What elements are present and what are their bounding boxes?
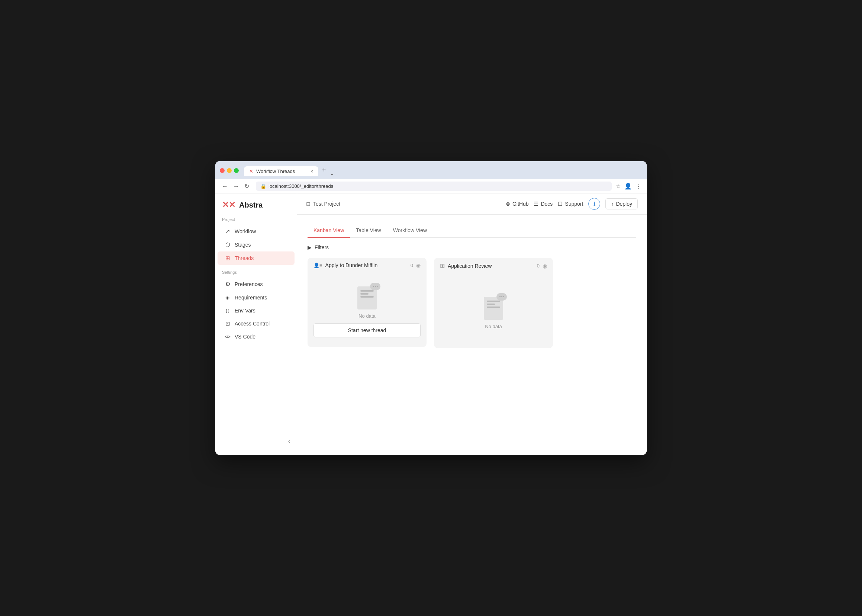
bookmark-button[interactable]: ☆	[615, 183, 621, 190]
deploy-icon: ↑	[611, 201, 614, 207]
sidebar-item-workflow[interactable]: ↗ Workflow	[218, 225, 295, 238]
sidebar-item-requirements[interactable]: ◈ Requirements	[218, 291, 295, 304]
url-text: localhost:3000/_editor/threads	[268, 183, 333, 189]
docs-icon: ☰	[534, 201, 539, 207]
bubble-dot-1	[373, 286, 374, 287]
doc-line-4	[487, 300, 500, 302]
logo-icon: ✕✕	[222, 200, 236, 210]
apply-dunder-eye-icon[interactable]: ◉	[416, 262, 421, 268]
apply-dunder-count: 0	[411, 262, 413, 268]
sidebar-item-access-control[interactable]: ⊡ Access Control	[218, 317, 295, 330]
no-data-icon-wrap-1	[354, 283, 380, 310]
stages-icon: ⬡	[224, 241, 231, 248]
back-button[interactable]: ←	[220, 182, 229, 190]
maximize-traffic-light[interactable]	[234, 168, 239, 173]
browser-chrome: ✕ Workflow Threads × + ⌄	[215, 161, 647, 179]
menu-button[interactable]: ⋮	[636, 183, 642, 190]
vscode-icon: </>	[224, 335, 231, 339]
application-review-title: Application Review	[448, 263, 534, 269]
kanban-column-apply-dunder: 👤≡ Apply to Dunder Mifflin 0 ◉	[308, 258, 427, 347]
tabs-chevron-button[interactable]: ⌄	[330, 170, 334, 176]
sidebar-item-threads-label: Threads	[235, 255, 254, 261]
page-content: Kanban View Table View Workflow View ▶ F…	[297, 215, 647, 455]
sidebar-item-preferences[interactable]: ⚙ Preferences	[218, 278, 295, 291]
tab-workflow[interactable]: Workflow View	[387, 223, 433, 238]
doc-line-1	[360, 290, 374, 292]
column-header-application-review: ⊞ Application Review 0 ◉	[434, 258, 553, 274]
bubble-dot-4	[499, 296, 501, 297]
new-tab-button[interactable]: +	[319, 165, 329, 176]
tab-kanban[interactable]: Kanban View	[308, 223, 350, 238]
tab-favicon: ✕	[249, 168, 253, 174]
no-data-icon-wrap-2	[480, 293, 507, 320]
apply-dunder-icon: 👤≡	[314, 262, 322, 268]
info-button[interactable]: ℹ	[588, 198, 600, 210]
bubble-dot-6	[503, 296, 504, 297]
no-data-bubble-1	[370, 283, 380, 290]
doc-line-2	[360, 293, 369, 295]
sidebar-item-vscode[interactable]: </> VS Code	[218, 330, 295, 343]
filters-chevron-icon: ▶	[308, 244, 312, 250]
bubble-dot-3	[377, 286, 378, 287]
tab-workflow-label: Workflow View	[393, 227, 427, 233]
github-icon: ⊛	[506, 201, 510, 207]
doc-line-6	[487, 306, 500, 308]
column-body-application-review: No data	[434, 274, 553, 348]
user-button[interactable]: 👤	[624, 183, 632, 190]
app-layout: ✕✕ Abstra Project ↗ Workflow ⬡ Stages ⊞ …	[215, 193, 647, 455]
column-body-apply-dunder: No data Start new thread	[308, 273, 427, 347]
sidebar-item-preferences-label: Preferences	[235, 281, 262, 287]
settings-section-label: Settings	[215, 265, 297, 278]
active-browser-tab[interactable]: ✕ Workflow Threads ×	[244, 166, 318, 176]
no-data-text-1: No data	[358, 313, 375, 319]
sidebar-item-envvars-label: Env Vars	[235, 308, 256, 314]
sidebar-item-threads[interactable]: ⊞ Threads	[218, 251, 295, 265]
deploy-button[interactable]: ↑ Deploy	[605, 198, 638, 209]
filters-row[interactable]: ▶ Filters	[308, 244, 636, 250]
minimize-traffic-light[interactable]	[227, 168, 232, 173]
address-actions: ☆ 👤 ⋮	[615, 183, 642, 190]
chevron-left-icon: ‹	[288, 438, 290, 445]
sidebar-item-access-control-label: Access Control	[235, 321, 270, 327]
no-data-bubble-2	[496, 293, 507, 300]
sidebar-item-stages-label: Stages	[235, 242, 251, 248]
preferences-icon: ⚙	[224, 281, 231, 288]
github-link[interactable]: ⊛ GitHub	[506, 201, 529, 207]
docs-link[interactable]: ☰ Docs	[534, 201, 553, 207]
traffic-lights	[220, 168, 239, 173]
view-tabs: Kanban View Table View Workflow View	[308, 223, 636, 238]
docs-label: Docs	[541, 201, 553, 207]
tab-close-button[interactable]: ×	[311, 169, 313, 174]
security-icon: 🔒	[260, 183, 266, 189]
sidebar-item-envvars[interactable]: [ ] Env Vars	[218, 304, 295, 317]
tab-title: Workflow Threads	[256, 168, 295, 174]
start-thread-button[interactable]: Start new thread	[314, 323, 421, 337]
kanban-column-application-review: ⊞ Application Review 0 ◉	[434, 258, 553, 348]
project-name: Test Project	[313, 201, 340, 207]
deploy-label: Deploy	[616, 201, 632, 207]
sidebar-item-requirements-label: Requirements	[235, 295, 267, 300]
tabs-bar: ✕ Workflow Threads × + ⌄	[244, 165, 334, 176]
sidebar-item-stages[interactable]: ⬡ Stages	[218, 238, 295, 251]
refresh-button[interactable]: ↻	[243, 182, 251, 190]
forward-button[interactable]: →	[232, 182, 240, 190]
apply-dunder-title: Apply to Dunder Mifflin	[325, 262, 408, 268]
doc-line-5	[487, 303, 495, 305]
bubble-dot-2	[375, 286, 376, 287]
sidebar-item-workflow-label: Workflow	[235, 228, 256, 234]
column-header-apply-dunder: 👤≡ Apply to Dunder Mifflin 0 ◉	[308, 258, 427, 273]
support-label: Support	[565, 201, 583, 207]
application-review-eye-icon[interactable]: ◉	[543, 263, 547, 269]
access-control-icon: ⊡	[224, 320, 231, 327]
tab-kanban-label: Kanban View	[314, 227, 344, 233]
nav-buttons: ← → ↻	[220, 182, 251, 190]
project-section-label: Project	[215, 217, 297, 225]
main-content: ⊟ Test Project ⊛ GitHub ☰ Docs ☐ Support	[297, 193, 647, 455]
sidebar-logo: ✕✕ Abstra	[215, 200, 297, 217]
address-bar[interactable]: 🔒 localhost:3000/_editor/threads	[256, 182, 612, 191]
sidebar-collapse-button[interactable]: ‹	[215, 434, 297, 448]
close-traffic-light[interactable]	[220, 168, 225, 173]
top-bar: ⊟ Test Project ⊛ GitHub ☰ Docs ☐ Support	[297, 193, 647, 215]
tab-table[interactable]: Table View	[350, 223, 387, 238]
support-link[interactable]: ☐ Support	[558, 201, 583, 207]
